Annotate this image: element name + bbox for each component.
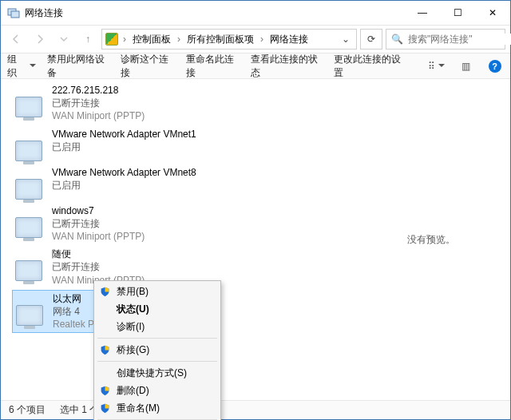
connection-status: 已断开连接 — [52, 260, 145, 273]
status-bar: 6 个项目 选中 1 个项目 — [1, 400, 510, 419]
crumb-all-items[interactable]: 所有控制面板项 — [185, 33, 256, 46]
disable-device-button[interactable]: 禁用此网络设备 — [47, 53, 110, 80]
help-icon: ? — [489, 60, 501, 73]
search-input[interactable] — [408, 34, 511, 45]
svg-rect-1 — [11, 11, 19, 18]
diagnose-button[interactable]: 诊断这个连接 — [121, 53, 174, 80]
connection-name: 随便 — [52, 248, 145, 260]
ctx-disable[interactable]: 禁用(B) — [94, 283, 220, 300]
connection-item[interactable]: windows7 已断开连接 WAN Miniport (PPTP) — [12, 203, 352, 245]
uac-shield-icon — [99, 344, 110, 355]
network-adapter-icon — [13, 292, 46, 326]
view-status-button[interactable]: 查看此连接的状态 — [251, 53, 323, 80]
connection-item[interactable]: VMware Network Adapter VMnet1 已启用 — [12, 126, 352, 163]
crumb-sep-icon: › — [176, 34, 182, 45]
connection-name: VMware Network Adapter VMnet1 — [52, 128, 196, 141]
network-adapter-icon — [12, 84, 46, 117]
recent-dropdown[interactable] — [53, 29, 74, 50]
nav-bar: ↑ › 控制面板 › 所有控制面板项 › 网络连接 ⌄ ⟳ 🔍 — [1, 25, 510, 53]
window-frame: 网络连接 — ☐ ✕ ↑ › 控制面板 › 所有控制面板项 › 网络连接 ⌄ ⟳… — [0, 0, 511, 420]
uac-shield-icon — [99, 385, 110, 396]
body-area: 222.76.215.218 已断开连接 WAN Miniport (PPTP)… — [1, 79, 510, 400]
titlebar[interactable]: 网络连接 — ☐ ✕ — [1, 1, 510, 25]
control-panel-icon — [105, 33, 118, 46]
change-settings-button[interactable]: 更改此连接的设置 — [334, 53, 406, 80]
crumb-leaf[interactable]: 网络连接 — [268, 33, 310, 46]
forward-button[interactable] — [30, 29, 50, 50]
connection-device: WAN Miniport (PPTP) — [52, 109, 145, 122]
ctx-diagnose[interactable]: 诊断(I) — [94, 318, 220, 335]
preview-pane: 没有预览。 — [352, 79, 510, 400]
address-dropdown[interactable]: ⌄ — [342, 34, 353, 45]
menu-separator — [97, 338, 217, 339]
uac-shield-icon — [99, 402, 110, 414]
ctx-bridge[interactable]: 桥接(G) — [94, 341, 220, 359]
ctx-rename[interactable]: 重命名(M) — [94, 399, 220, 417]
crumb-sep-icon: › — [121, 34, 128, 45]
connection-status: 已启用 — [52, 179, 196, 192]
connection-name: 222.76.215.218 — [52, 84, 145, 97]
crumb-sep-icon: › — [259, 34, 265, 45]
organize-button[interactable]: 组织 — [7, 53, 36, 80]
connection-status: 已断开连接 — [52, 217, 145, 230]
refresh-button[interactable]: ⟳ — [360, 29, 382, 50]
context-menu: 禁用(B) 状态(U) 诊断(I) 桥接(G) 创建快捷方式(S) 删除(D) … — [93, 280, 221, 420]
minimize-button[interactable]: — — [405, 1, 440, 25]
back-button[interactable] — [6, 29, 26, 50]
search-icon: 🔍 — [391, 34, 403, 45]
network-adapter-icon — [12, 166, 46, 200]
menu-separator — [97, 361, 217, 362]
ctx-create-shortcut[interactable]: 创建快捷方式(S) — [94, 364, 220, 382]
connection-device: WAN Miniport (PPTP) — [52, 230, 145, 243]
crumb-root[interactable]: 控制面板 — [131, 33, 172, 46]
preview-pane-button[interactable]: ▥ — [457, 57, 474, 76]
command-toolbar: 组织 禁用此网络设备 诊断这个连接 重命名此连接 查看此连接的状态 更改此连接的… — [1, 53, 510, 79]
window-title: 网络连接 — [25, 6, 405, 20]
up-button[interactable]: ↑ — [77, 29, 98, 50]
connection-status: 已启用 — [52, 141, 196, 153]
connection-status: 已断开连接 — [52, 97, 145, 109]
address-bar[interactable]: › 控制面板 › 所有控制面板项 › 网络连接 ⌄ — [101, 29, 357, 50]
network-adapter-icon — [12, 128, 46, 161]
connection-name: windows7 — [52, 204, 145, 217]
ctx-status[interactable]: 状态(U) — [94, 300, 220, 318]
network-adapter-icon — [12, 248, 46, 281]
rename-button[interactable]: 重命名此连接 — [186, 53, 240, 80]
connection-name: VMware Network Adapter VMnet8 — [52, 166, 196, 179]
ctx-delete[interactable]: 删除(D) — [94, 382, 220, 399]
connection-item[interactable]: 222.76.215.218 已断开连接 WAN Miniport (PPTP) — [12, 82, 352, 125]
window-controls: — ☐ ✕ — [405, 1, 510, 25]
view-mode-button[interactable]: ⠿ — [428, 57, 446, 76]
app-icon — [7, 6, 20, 19]
connection-item[interactable]: VMware Network Adapter VMnet8 已启用 — [12, 164, 352, 201]
no-preview-label: 没有预览。 — [407, 233, 455, 247]
uac-shield-icon — [99, 286, 110, 297]
help-button[interactable]: ? — [486, 57, 504, 76]
network-adapter-icon — [12, 204, 46, 238]
maximize-button[interactable]: ☐ — [440, 1, 475, 25]
search-box[interactable]: 🔍 — [386, 29, 505, 50]
close-button[interactable]: ✕ — [475, 1, 510, 25]
item-count: 6 个项目 — [9, 403, 46, 417]
